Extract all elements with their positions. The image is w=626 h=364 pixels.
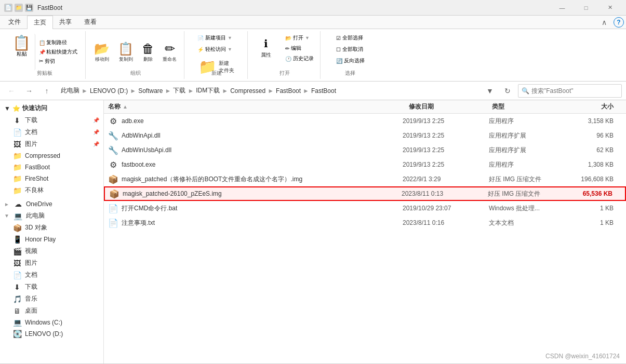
file-row-magisk-patched-26100[interactable]: 📦 magisk_patched-26100_pZEeS.img 2023/8/… — [104, 186, 626, 201]
sidebar-item-onedrive[interactable]: ► ☁ OneDrive — [0, 198, 103, 210]
sidebar-item-label: Honor Play — [25, 236, 56, 243]
bc-fastboot1: FastBoot — [276, 87, 301, 95]
quick-access-header[interactable]: ▼ ⭐ 快速访问 — [0, 102, 103, 114]
maximize-button[interactable]: □ — [574, 0, 598, 16]
tab-share[interactable]: 共享 — [53, 16, 78, 29]
paste-shortcut-button[interactable]: 📌 粘贴快捷方式 — [37, 48, 79, 56]
up-button[interactable]: ↑ — [39, 84, 54, 98]
sidebar-item-download2[interactable]: ⬇ 下载 — [0, 281, 103, 293]
col-date-header[interactable]: 修改日期 — [409, 102, 492, 111]
new-group: 📄 新建项目 ▼ ⚡ 轻松访问 ▼ 📁 新建 文件夹 新建 — [185, 31, 248, 79]
ribbon-collapse-btn[interactable]: ∧ — [597, 15, 611, 30]
history-button[interactable]: 🕐 历史记录 — [283, 54, 316, 63]
sidebar-item-download[interactable]: ⬇ 下载 📌 — [0, 114, 103, 126]
tab-view[interactable]: 查看 — [78, 16, 103, 29]
sidebar-item-lenovo-d[interactable]: 💽 LENOVO (D:) — [0, 328, 103, 340]
file-type: 文本文档 — [489, 219, 567, 227]
paste-label: 粘贴 — [17, 50, 27, 58]
properties-button[interactable]: ℹ 属性 — [253, 33, 279, 63]
sidebar-item-honorplay[interactable]: 📱 Honor Play — [0, 234, 103, 245]
ribbon-help-btn[interactable]: ? — [614, 17, 624, 28]
sidebar-item-desktop[interactable]: 🖥 桌面 — [0, 305, 103, 317]
file-name: AdbWinApi.dll — [122, 132, 399, 139]
sidebar-item-fastboot[interactable]: 📁 FastBoot — [0, 161, 103, 173]
download2-icon: ⬇ — [12, 283, 22, 291]
easy-access-button[interactable]: ⚡ 轻松访问 ▼ — [195, 45, 234, 54]
back-button[interactable]: ← — [4, 84, 19, 98]
sidebar-item-label: 视频 — [25, 247, 37, 255]
col-size-header[interactable]: 大小 — [570, 102, 622, 111]
bc-fastboot2: FastBoot — [311, 87, 336, 95]
sidebar-item-windows-c[interactable]: 💻 Windows (C:) — [0, 317, 103, 328]
new-item-dropdown-icon: ▼ — [228, 35, 232, 41]
sidebar-item-pictures2[interactable]: 🖼 图片 — [0, 257, 103, 269]
move-to-button[interactable]: 📂 移动到 — [91, 39, 113, 65]
close-button[interactable]: ✕ — [598, 0, 622, 16]
sidebar-item-videos[interactable]: 🎬 视频 — [0, 245, 103, 257]
onedrive-expander: ► — [4, 201, 9, 207]
magisk-26100-icon: 📦 — [109, 189, 119, 199]
file-row-adbwinapi[interactable]: 🔧 AdbWinApi.dll 2019/9/13 2:25 应用程序扩展 96… — [104, 128, 626, 143]
file-name: 注意事项.txt — [122, 219, 399, 227]
search-icon: 🔍 — [522, 87, 529, 95]
sidebar-item-music[interactable]: 🎵 音乐 — [0, 293, 103, 305]
file-date: 2019/9/13 2:25 — [403, 132, 486, 139]
edit-button[interactable]: ✏ 编辑 — [283, 44, 316, 53]
file-row-adb[interactable]: ⚙ adb.exe 2019/9/13 2:25 应用程序 3,158 KB — [104, 114, 626, 128]
minimize-button[interactable]: — — [550, 0, 574, 16]
sidebar-item-documents[interactable]: 📄 文档 📌 — [0, 126, 103, 138]
col-name-header[interactable]: 名称 ▲ — [108, 102, 409, 111]
select-none-button[interactable]: ☐ 全部取消 — [334, 45, 365, 54]
invert-selection-button[interactable]: 🔄 反向选择 — [334, 56, 367, 65]
paste-button[interactable]: 📋 粘贴 — [8, 34, 35, 70]
rename-button[interactable]: ✏ 重命名 — [159, 39, 180, 65]
rename-icon: ✏ — [165, 42, 175, 56]
ribbon: 文件 主页 共享 查看 ∧ ? 📋 粘贴 📋 复制路径 — [0, 16, 626, 82]
sidebar-item-3dobjects[interactable]: 📦 3D 对象 — [0, 222, 103, 234]
easy-access-dropdown-icon: ▼ — [228, 47, 232, 52]
cut-button[interactable]: ✂ 剪切 — [37, 57, 79, 65]
file-type: Windows 批处理... — [489, 204, 567, 213]
col-type-header[interactable]: 类型 — [492, 102, 570, 111]
sidebar-item-documents2[interactable]: 📄 文档 — [0, 269, 103, 281]
file-type: 应用程序扩展 — [489, 146, 567, 155]
clipboard-small-btns: 📋 复制路径 📌 粘贴快捷方式 ✂ 剪切 — [35, 34, 81, 70]
search-box[interactable]: 🔍 — [518, 84, 622, 98]
select-all-button[interactable]: ☑ 全部选择 — [334, 33, 365, 43]
search-input[interactable] — [531, 87, 618, 95]
sidebar-item-pictures[interactable]: 🖼 图片 📌 — [0, 138, 103, 150]
dropdown-button[interactable]: ▼ — [483, 84, 497, 98]
file-size: 1 KB — [570, 219, 622, 226]
file-row-adbwinusbapi[interactable]: 🔧 AdbWinUsbApi.dll 2019/9/13 2:25 应用程序扩展… — [104, 143, 626, 157]
copy-path-button[interactable]: 📋 复制路径 — [37, 38, 79, 47]
windows-c-icon: 💻 — [12, 318, 22, 327]
breadcrumb[interactable]: 此电脑 ► LENOVO (D:) ► Software ► 下载 ► IDM下… — [57, 84, 480, 98]
file-row-magisk-patched[interactable]: 📦 magisk_patched（将修补后的BOOT文件重命名成这个名字）.im… — [104, 172, 626, 186]
delete-button[interactable]: 🗑 删除 — [139, 39, 157, 65]
file-row-bat[interactable]: 📄 打开CMD命令行.bat 2019/10/29 23:07 Windows … — [104, 201, 626, 215]
new-item-button[interactable]: 📄 新建项目 ▼ — [195, 33, 234, 43]
file-date: 2019/9/13 2:25 — [403, 146, 486, 154]
refresh-button[interactable]: ↻ — [500, 84, 515, 98]
tab-file[interactable]: 文件 — [2, 16, 27, 29]
adbwinapi-icon: 🔧 — [108, 131, 118, 141]
forward-button[interactable]: → — [22, 84, 36, 98]
organize-label: 组织 — [130, 70, 141, 77]
ribbon-tabs: 文件 主页 共享 查看 ∧ ? — [0, 16, 626, 29]
file-size: 3,158 KB — [570, 117, 622, 125]
file-type: 应用程序 — [489, 160, 567, 169]
sidebar-item-compressed[interactable]: 📁 Compressed — [0, 150, 103, 161]
sidebar-item-fireshot[interactable]: 📁 FireShot — [0, 173, 103, 184]
window-controls: — □ ✕ — [550, 0, 622, 16]
file-row-fastboot[interactable]: ⚙ fastboot.exe 2019/9/13 2:25 应用程序 1,308… — [104, 157, 626, 172]
file-date: 2023/8/11 0:13 — [402, 190, 485, 197]
ribbon-content: 📋 粘贴 📋 复制路径 📌 粘贴快捷方式 ✂ 剪切 — [0, 29, 626, 81]
copy-to-button[interactable]: 📋 复制到 — [115, 39, 137, 65]
file-type: 好压 IMG 压缩文件 — [489, 175, 567, 184]
file-row-txt[interactable]: 📄 注意事项.txt 2023/8/11 0:16 文本文档 1 KB — [104, 215, 626, 230]
file-name: AdbWinUsbApi.dll — [122, 146, 399, 154]
sidebar-item-thispc[interactable]: ▼ 💻 此电脑 — [0, 210, 103, 222]
sidebar-item-bulianglin[interactable]: 📁 不良林 — [0, 184, 103, 196]
open-button[interactable]: 📂 打开 ▼ — [283, 33, 316, 43]
tab-home[interactable]: 主页 — [27, 16, 53, 29]
